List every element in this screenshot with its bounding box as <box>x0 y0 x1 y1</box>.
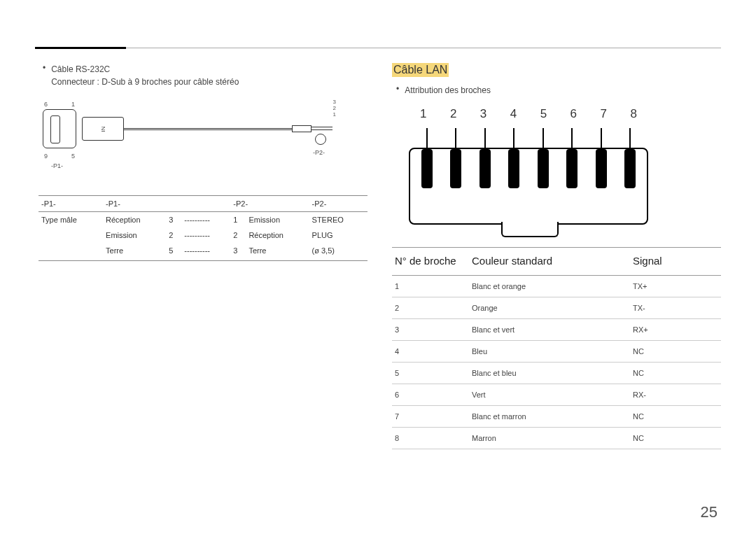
cell: Terre <box>246 243 309 260</box>
pin-num: 1 <box>420 107 426 121</box>
pin-num: 6 <box>570 107 577 121</box>
cell <box>38 243 103 260</box>
cell: Réception <box>103 212 166 228</box>
jack-pin-labels: 3 2 1 <box>315 99 336 118</box>
table-header-row: N° de broche Couleur standard Signal <box>392 248 721 276</box>
p1-label: -P1- <box>51 162 63 169</box>
pin-num: 3 <box>480 107 486 121</box>
stereo-jack-tip-icon <box>312 127 332 130</box>
cell: Blanc et marron <box>469 406 630 428</box>
th-p1b: -P1- <box>103 196 181 212</box>
cell: Orange <box>469 297 630 319</box>
cell: STEREO <box>309 212 368 228</box>
rs232-pin-table-wrap: -P1- -P1- -P2- -P2- Type mâle Réception … <box>38 195 368 261</box>
right-column: Câble LAN • Attribution des broches 1 2 … <box>392 63 721 449</box>
lan-cable-title: Câble LAN <box>392 63 449 77</box>
dsub-pin-6: 6 <box>44 101 48 108</box>
cell: 2 <box>230 227 246 243</box>
th-p2a: -P2- <box>230 196 309 212</box>
cell: ---------- <box>181 212 230 228</box>
cell: TX- <box>630 297 721 319</box>
cell: 3 <box>230 243 246 260</box>
table-row: Type mâle Réception 3 ---------- 1 Emiss… <box>38 212 368 228</box>
rs232-cable-label: Câble RS-232C <box>51 63 239 76</box>
cell: Blanc et orange <box>469 276 630 297</box>
table-row: 1Blanc et orangeTX+ <box>392 276 721 297</box>
pin-num: 5 <box>540 107 547 121</box>
rj45-pin-numbers: 1 2 3 4 5 6 7 8 <box>420 107 637 121</box>
table-row: 5Blanc et bleuNC <box>392 363 721 384</box>
stereo-jack-body-icon <box>292 125 312 132</box>
table-row: 6VertRX- <box>392 384 721 406</box>
th-p2b: -P2- <box>309 196 368 212</box>
pin-num: 7 <box>601 107 607 121</box>
cell: Réception <box>246 227 309 243</box>
lan-pin-table: N° de broche Couleur standard Signal 1Bl… <box>392 247 721 449</box>
dsub-pin-9: 9 <box>44 153 48 160</box>
bullet-icon: • <box>43 63 46 73</box>
dsub-connector-icon: 6 1 9 5 -P1- <box>43 109 76 150</box>
table-row: 3Blanc et vertRX+ <box>392 319 721 341</box>
pin-num: 2 <box>450 107 456 121</box>
cell: PLUG <box>309 227 368 243</box>
left-column: • Câble RS-232C Connecteur : D-Sub à 9 b… <box>38 63 368 261</box>
cell: 4 <box>392 341 469 363</box>
cell: 2 <box>392 297 469 319</box>
rs232-bullet-text-wrap: Câble RS-232C Connecteur : D-Sub à 9 bro… <box>51 63 239 88</box>
cell <box>38 227 103 243</box>
cell: 5 <box>392 363 469 384</box>
rj45-body-icon <box>409 148 648 225</box>
cell: NC <box>630 341 721 363</box>
cell: TX+ <box>630 276 721 297</box>
th-color: Couleur standard <box>469 248 630 276</box>
cell: NC <box>630 428 721 449</box>
cell: Bleu <box>469 341 630 363</box>
cell: NC <box>630 406 721 428</box>
jack-pin-3: 3 <box>315 99 336 105</box>
table-row: Emission 2 ---------- 2 Réception PLUG <box>38 227 368 243</box>
table-row: 8MarronNC <box>392 428 721 449</box>
cell: ---------- <box>181 227 230 243</box>
cell: (ø 3,5) <box>309 243 368 260</box>
cell: RX- <box>630 384 721 406</box>
page-number: 25 <box>701 503 718 521</box>
cell: 7 <box>392 406 469 428</box>
rs232-pin-table: -P1- -P1- -P2- -P2- Type mâle Réception … <box>38 195 368 260</box>
cell: Vert <box>469 384 630 406</box>
dsub-pin-5: 5 <box>71 153 75 160</box>
header-rule-bold <box>35 47 126 49</box>
rj45-clip-icon <box>501 222 559 237</box>
rj45-diagram: 1 2 3 4 5 6 7 8 <box>400 107 652 226</box>
cell: Terre <box>103 243 166 260</box>
table-header-row: -P1- -P1- -P2- -P2- <box>38 196 368 212</box>
jack-pin-1: 1 <box>315 111 336 118</box>
pin-assignment-bullet: • Attribution des broches <box>392 84 721 97</box>
jack-pin-2: 2 <box>315 105 336 111</box>
rs232-connector-text: Connecteur : D-Sub à 9 broches pour câbl… <box>51 76 239 88</box>
th-signal: Signal <box>630 248 721 276</box>
cell: RX+ <box>630 319 721 341</box>
jack-cross-section-icon <box>315 134 326 145</box>
rs232-diagram: 6 1 9 5 -P1- IN 3 2 1 -P2- <box>38 99 346 176</box>
dsub-pin-1: 1 <box>71 101 75 108</box>
cell: 1 <box>230 212 246 228</box>
cell: ---------- <box>181 243 230 260</box>
cell: 3 <box>392 319 469 341</box>
table-row: 7Blanc et marronNC <box>392 406 721 428</box>
plug-in-label: IN <box>100 126 106 132</box>
cell: Marron <box>469 428 630 449</box>
cell: Emission <box>246 212 309 228</box>
header-rule-thin <box>35 48 721 48</box>
table-row: Terre 5 ---------- 3 Terre (ø 3,5) <box>38 243 368 260</box>
cable-plug-icon: IN <box>82 117 124 141</box>
th-p1a: -P1- <box>38 196 103 212</box>
th-pin: N° de broche <box>392 248 469 276</box>
cell: 5 <box>166 243 181 260</box>
cell: 8 <box>392 428 469 449</box>
table-row: 2OrangeTX- <box>392 297 721 319</box>
cell: 2 <box>166 227 181 243</box>
pin-assignment-text: Attribution des broches <box>405 84 491 97</box>
cell: 6 <box>392 384 469 406</box>
cell: Blanc et vert <box>469 319 630 341</box>
cell: Type mâle <box>38 212 103 228</box>
